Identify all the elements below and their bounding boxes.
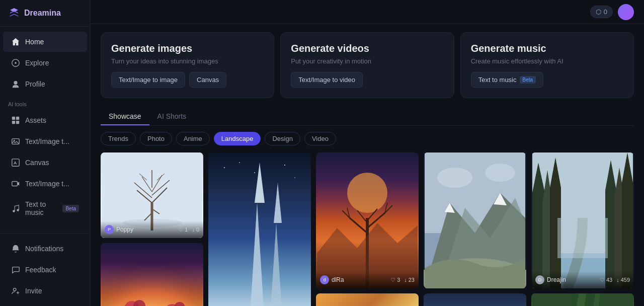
gallery-svg-5: [531, 152, 634, 288]
hero-videos-title: Generate videos: [291, 43, 443, 54]
filter-trends[interactable]: Trends: [101, 132, 136, 145]
svg-point-60: [437, 168, 472, 188]
username-5: Dreajin: [547, 276, 566, 283]
gallery-img-forest2: [531, 293, 634, 306]
gallery-svg-3: [316, 152, 419, 288]
gallery-stats-5: ♡ 43 ↓ 459: [600, 277, 630, 283]
svg-rect-4: [16, 117, 19, 120]
filter-photo[interactable]: Photo: [140, 132, 172, 145]
gallery-svg-6: [101, 243, 203, 306]
svg-point-1: [15, 62, 17, 64]
sidebar-item-canvas[interactable]: Canvas: [3, 152, 87, 173]
svg-point-61: [485, 164, 515, 182]
username-3: dlRa: [332, 276, 344, 283]
tab-showcase[interactable]: Showcase: [101, 108, 149, 125]
gallery-img-mountain: [424, 152, 526, 288]
svg-rect-82: [557, 218, 608, 258]
credits-badge[interactable]: ⬡ 0: [590, 6, 613, 18]
avatar-5: D: [535, 275, 544, 284]
gallery-item-5[interactable]: D Dreajin ♡ 43 ↓ 459: [531, 152, 634, 288]
text-image-to-video-button[interactable]: Text/Image to video: [291, 72, 363, 88]
svg-point-44: [347, 173, 387, 213]
gallery-item-9[interactable]: [531, 293, 634, 306]
sidebar-item-invite[interactable]: Invite: [3, 281, 87, 301]
sidebar-label-notifications: Notifications: [25, 245, 63, 253]
gallery-svg-4: [424, 152, 526, 288]
svg-rect-5: [12, 121, 15, 124]
tab-ai-shorts[interactable]: AI Shorts: [149, 108, 195, 125]
feedback-icon: [11, 265, 20, 274]
sidebar-label-text-image: Text/Image t...: [25, 137, 69, 145]
svg-point-11: [13, 210, 15, 212]
sidebar-item-assets[interactable]: Assets: [3, 110, 87, 130]
gallery-overlay-5: D Dreajin ♡ 43 ↓ 459: [531, 271, 634, 288]
sidebar-label-assets: Assets: [25, 116, 46, 124]
downloads-1: ↓ 0: [192, 226, 199, 233]
gallery-img-tree-desert: [316, 152, 419, 288]
sidebar: Dreamina Home Explore Profile AI tools: [0, 0, 91, 306]
gallery-item-4[interactable]: [424, 152, 526, 288]
likes-1: ♡ 1: [178, 226, 188, 233]
gallery: P Poppy ♡ 1 ↓ 0: [101, 152, 634, 306]
gallery-stats-3: ♡ 3 ↓ 23: [390, 277, 415, 283]
filter-bar: Trends Photo Anime Landscape Design Vide…: [101, 132, 634, 145]
filter-anime[interactable]: Anime: [176, 132, 210, 145]
sidebar-item-home[interactable]: Home: [3, 32, 87, 52]
hero-images-subtitle: Turn your ideas into stunning images: [111, 57, 264, 65]
sidebar-label-home: Home: [25, 38, 44, 46]
gallery-item-2[interactable]: d dlRa ♡ 4 ↓ 14: [208, 152, 311, 306]
music-badge: Beta: [62, 205, 79, 212]
gallery-img-placeholder2: [424, 293, 526, 306]
canvas-button[interactable]: Canvas: [189, 72, 226, 88]
filter-video[interactable]: Video: [304, 132, 336, 145]
logo-icon: [8, 7, 20, 19]
sidebar-item-explore[interactable]: Explore: [3, 53, 87, 73]
gallery-svg-8: [424, 293, 526, 306]
gallery-svg-9: [531, 293, 634, 306]
sidebar-item-feedback[interactable]: Feedback: [3, 260, 87, 280]
svg-rect-10: [12, 182, 18, 186]
avatar-1: P: [105, 225, 114, 234]
gallery-item-7[interactable]: [316, 293, 419, 306]
gallery-item-6[interactable]: [101, 243, 203, 306]
text-to-music-button[interactable]: Text to music Beta: [471, 72, 543, 88]
filter-design[interactable]: Design: [265, 132, 300, 145]
svg-marker-42: [274, 183, 282, 223]
svg-marker-40: [255, 163, 265, 203]
gallery-img-tower: [208, 152, 311, 306]
text-image-to-image-button[interactable]: Text/Image to image: [111, 72, 185, 88]
sidebar-label-feedback: Feedback: [25, 266, 56, 274]
hero-videos-subtitle: Put your creativity in motion: [291, 57, 443, 65]
svg-point-34: [224, 167, 225, 168]
hero-card-images: Generate images Turn your ideas into stu…: [101, 32, 274, 98]
profile-icon: [11, 80, 20, 89]
topbar: ⬡ 0: [91, 0, 644, 24]
gallery-overlay-3: d dlRa ♡ 3 ↓ 23: [316, 271, 419, 288]
avatar-3: d: [320, 275, 329, 284]
hero-images-title: Generate images: [111, 43, 264, 54]
svg-rect-3: [12, 117, 15, 120]
tab-bar: Showcase AI Shorts: [101, 108, 634, 126]
sidebar-item-text-image[interactable]: Text/Image t...: [3, 131, 87, 151]
svg-point-37: [284, 165, 285, 166]
gallery-overlay-1: P Poppy ♡ 1 ↓ 0: [101, 221, 203, 238]
sidebar-item-notifications[interactable]: Notifications: [3, 239, 87, 259]
text-to-music-label: Text to music: [478, 76, 517, 84]
svg-rect-6: [16, 121, 19, 124]
hero-videos-buttons: Text/Image to video: [291, 72, 443, 88]
filter-landscape[interactable]: Landscape: [214, 132, 261, 145]
user-avatar[interactable]: [618, 4, 634, 20]
tabs-section: Showcase AI Shorts Trends Photo Anime La…: [101, 108, 634, 145]
hero-card-music: Generate music Create music effortlessly…: [460, 32, 634, 98]
sidebar-label-text-to-music: Text to music: [25, 200, 55, 216]
hero-section: Generate images Turn your ideas into stu…: [101, 32, 634, 98]
gallery-item-1[interactable]: P Poppy ♡ 1 ↓ 0: [101, 152, 203, 238]
sidebar-label-explore: Explore: [25, 59, 49, 67]
likes-5: ♡ 43: [600, 277, 612, 283]
svg-marker-41: [270, 223, 283, 306]
gallery-item-3[interactable]: d dlRa ♡ 3 ↓ 23: [316, 152, 419, 288]
sidebar-item-text-to-music[interactable]: Text to music Beta: [3, 195, 87, 222]
sidebar-item-profile[interactable]: Profile: [3, 74, 87, 94]
gallery-item-8[interactable]: [424, 293, 526, 306]
sidebar-item-text-image-video[interactable]: Text/Image t...: [3, 174, 87, 194]
